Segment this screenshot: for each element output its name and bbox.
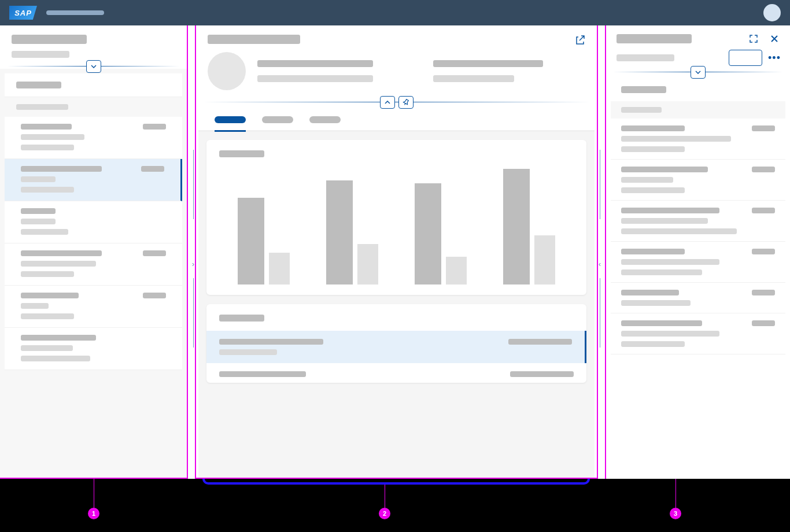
item-title [21, 293, 79, 298]
item-sub [21, 134, 84, 140]
fullscreen-icon[interactable] [748, 34, 759, 44]
object-headline [196, 45, 597, 94]
item-value [143, 124, 166, 130]
mid-collapse-divider [203, 102, 590, 102]
right-list-item[interactable] [611, 313, 785, 354]
right-collapse-button[interactable] [691, 66, 706, 79]
item-title [621, 290, 679, 295]
item-title [621, 320, 702, 326]
pin-button[interactable] [398, 96, 414, 109]
item-sub [621, 331, 719, 337]
item-title [21, 208, 56, 214]
list-item[interactable] [5, 117, 182, 159]
left-collapse-button[interactable] [86, 60, 101, 73]
bar [446, 257, 467, 285]
list-row[interactable] [219, 363, 574, 377]
tab[interactable] [309, 116, 341, 130]
left-title [12, 35, 87, 44]
group-label [621, 107, 662, 113]
object-title [208, 35, 300, 44]
list-card [206, 304, 586, 383]
shell-title-placeholder [46, 10, 104, 15]
card-title [219, 315, 264, 322]
item-sub [621, 300, 691, 306]
bar [326, 180, 353, 285]
item-value [752, 290, 775, 295]
pin-icon [403, 99, 409, 106]
bar [534, 235, 555, 285]
item-title [621, 125, 685, 131]
list-item[interactable] [5, 159, 182, 201]
right-section-header [611, 78, 785, 101]
item-value [143, 293, 166, 298]
list-item[interactable] [5, 328, 182, 370]
tab[interactable] [215, 116, 246, 130]
tabs [198, 110, 595, 132]
share-icon[interactable] [575, 35, 585, 45]
mid-column-highlight [202, 479, 590, 485]
right-group-header [611, 101, 785, 119]
mid-content [198, 132, 595, 478]
tab[interactable] [262, 116, 293, 130]
field [257, 75, 373, 82]
item-sub [21, 176, 56, 182]
group-label [16, 104, 68, 110]
item-sub [621, 341, 685, 347]
object-avatar [208, 52, 246, 90]
overflow-icon[interactable]: ••• [769, 53, 780, 63]
left-list-toolbar [5, 73, 182, 97]
bar [238, 198, 264, 285]
bar-group [503, 169, 555, 285]
row-value [510, 371, 574, 377]
action-button[interactable] [729, 50, 762, 66]
user-avatar[interactable] [763, 4, 781, 21]
right-list-item[interactable] [611, 242, 785, 283]
row-title [219, 371, 306, 377]
list-item[interactable] [5, 201, 182, 243]
group-header [0, 97, 187, 117]
item-sub [621, 228, 737, 234]
item-value [752, 249, 775, 254]
item-sub [621, 136, 731, 142]
list-row[interactable] [206, 331, 586, 363]
item-value [752, 125, 775, 131]
item-title [21, 335, 96, 341]
chevron-down-icon [695, 71, 701, 74]
right-list-item[interactable] [611, 201, 785, 242]
item-title [21, 124, 72, 130]
close-icon[interactable] [769, 34, 780, 44]
object-fields [257, 60, 585, 82]
right-list-item[interactable] [611, 160, 785, 201]
sap-logo[interactable]: SAP [9, 6, 37, 20]
item-sub [21, 229, 68, 235]
item-sub [21, 219, 56, 224]
list-item[interactable] [5, 286, 182, 328]
list-item[interactable] [5, 243, 182, 286]
right-list-item[interactable] [611, 119, 785, 160]
bar [357, 244, 378, 285]
right-column: ••• [605, 25, 790, 479]
bar-group [326, 180, 378, 285]
bar-chart [219, 157, 574, 285]
right-title [617, 34, 692, 43]
right-subtitle [617, 54, 674, 61]
item-sub [21, 261, 96, 267]
expand-right-arrow[interactable]: ‹ [595, 254, 604, 275]
flexible-column-layout: › [0, 25, 790, 479]
row-value [508, 339, 572, 345]
card-title [219, 150, 264, 157]
item-value [752, 208, 775, 213]
item-title [621, 167, 708, 172]
bar-group [415, 183, 467, 285]
field [433, 75, 514, 82]
collapse-up-button[interactable] [380, 96, 395, 109]
item-sub [21, 313, 74, 319]
item-sub [621, 269, 702, 275]
right-list-item[interactable] [611, 283, 785, 313]
bar [503, 169, 530, 285]
right-header: ••• [606, 25, 790, 72]
item-title [21, 250, 102, 256]
annotation-line [675, 479, 676, 508]
shell-bar: SAP [0, 0, 790, 25]
section-label [621, 86, 666, 93]
